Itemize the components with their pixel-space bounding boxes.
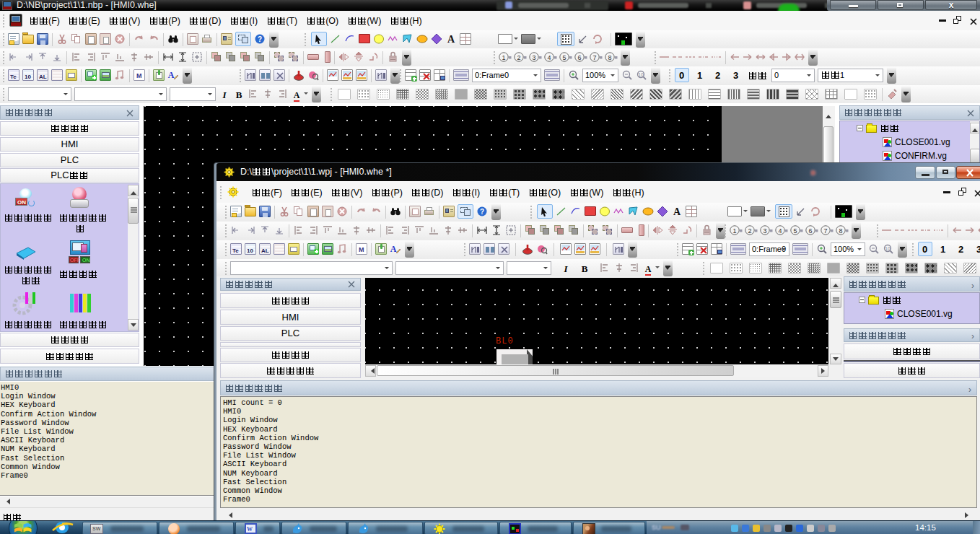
svg-text:1: 1 bbox=[502, 54, 505, 61]
svg-text:?: ? bbox=[258, 35, 262, 43]
svg-text:4: 4 bbox=[778, 227, 782, 235]
svg-text:6: 6 bbox=[577, 54, 581, 61]
svg-text:3: 3 bbox=[532, 54, 535, 61]
svg-text:A: A bbox=[447, 34, 455, 45]
svg-text:8: 8 bbox=[839, 227, 842, 235]
svg-text:1: 1 bbox=[732, 227, 736, 235]
svg-text:7: 7 bbox=[592, 54, 596, 61]
svg-text:10: 10 bbox=[885, 246, 891, 251]
svg-text:A: A bbox=[390, 244, 397, 254]
svg-text:4: 4 bbox=[547, 54, 551, 61]
svg-text:8: 8 bbox=[608, 54, 611, 61]
svg-text:6: 6 bbox=[808, 227, 812, 235]
svg-text:2: 2 bbox=[748, 227, 751, 235]
svg-text:A: A bbox=[168, 70, 175, 80]
svg-text:5: 5 bbox=[562, 54, 566, 61]
svg-text:2: 2 bbox=[517, 54, 520, 61]
svg-text:5: 5 bbox=[793, 227, 797, 235]
svg-text:3: 3 bbox=[763, 227, 766, 235]
svg-text:7: 7 bbox=[823, 227, 827, 235]
svg-text:10: 10 bbox=[638, 72, 644, 77]
svg-text:A: A bbox=[673, 206, 681, 217]
svg-text:?: ? bbox=[480, 208, 484, 216]
